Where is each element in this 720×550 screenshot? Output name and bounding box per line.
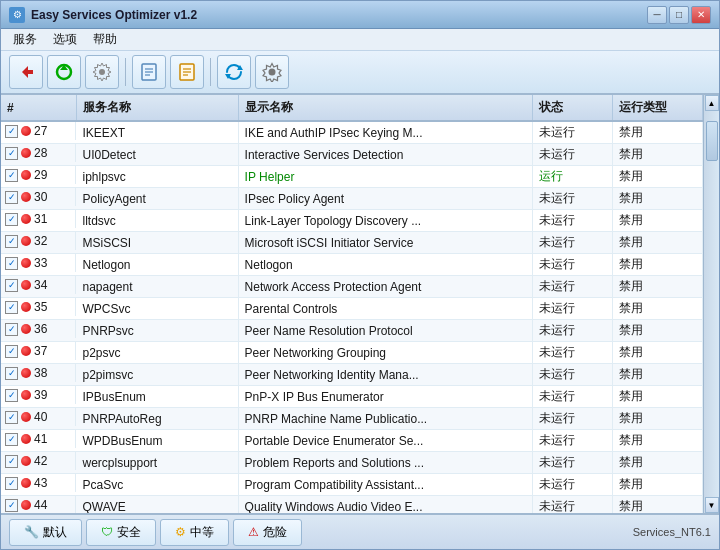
row-status-dot [21,346,31,356]
row-service-name: WPDBusEnum [76,430,238,452]
svg-marker-0 [22,66,28,78]
row-num-text: 43 [34,476,47,490]
tab-danger-label: 危险 [263,524,287,541]
table-row[interactable]: ✓27IKEEXTIKE and AuthIP IPsec Keying M..… [1,121,703,144]
table-row[interactable]: ✓44QWAVEQuality Windows Audio Video E...… [1,496,703,514]
row-status-dot [21,478,31,488]
table-row[interactable]: ✓31lltdsvcLink-Layer Topology Discovery … [1,210,703,232]
close-button[interactable]: ✕ [691,6,711,24]
table-row[interactable]: ✓28UI0DetectInteractive Services Detecti… [1,144,703,166]
row-first-col: ✓36 [1,320,76,338]
row-first-col: ✓44 [1,496,76,513]
menu-item-options[interactable]: 选项 [45,29,85,50]
row-display-name: IPsec Policy Agent [238,188,532,210]
row-checkbox[interactable]: ✓ [5,345,18,358]
row-service-name: IPBusEnum [76,386,238,408]
tab-default[interactable]: 🔧 默认 [9,519,82,546]
table-row[interactable]: ✓43PcaSvcProgram Compatibility Assistant… [1,474,703,496]
maximize-button[interactable]: □ [669,6,689,24]
table-row[interactable]: ✓32MSiSCSIMicrosoft iSCSI Initiator Serv… [1,232,703,254]
menu-bar: 服务 选项 帮助 [1,29,719,51]
table-row[interactable]: ✓33NetlogonNetlogon未运行禁用 [1,254,703,276]
row-checkbox[interactable]: ✓ [5,191,18,204]
row-checkbox[interactable]: ✓ [5,257,18,270]
row-checkbox[interactable]: ✓ [5,389,18,402]
toolbar-update-button[interactable] [217,55,251,89]
row-status-dot [21,456,31,466]
table-row[interactable]: ✓38p2pimsvcPeer Networking Identity Mana… [1,364,703,386]
row-checkbox[interactable]: ✓ [5,455,18,468]
table-row[interactable]: ✓35WPCSvcParental Controls未运行禁用 [1,298,703,320]
table-row[interactable]: ✓39IPBusEnumPnP-X IP Bus Enumerator未运行禁用 [1,386,703,408]
table-row[interactable]: ✓34napagentNetwork Access Protection Age… [1,276,703,298]
menu-item-help[interactable]: 帮助 [85,29,125,50]
row-checkbox[interactable]: ✓ [5,147,18,160]
row-service-name: wercplsupport [76,452,238,474]
table-row[interactable]: ✓30PolicyAgentIPsec Policy Agent未运行禁用 [1,188,703,210]
row-status: 未运行 [532,320,613,342]
toolbar-back-button[interactable] [9,55,43,89]
row-checkbox[interactable]: ✓ [5,433,18,446]
table-row[interactable]: ✓41WPDBusEnumPortable Device Enumerator … [1,430,703,452]
row-checkbox[interactable]: ✓ [5,235,18,248]
footer-tabs: 🔧 默认 🛡 安全 ⚙ 中等 ⚠ 危险 [9,519,302,546]
row-num-text: 35 [34,300,47,314]
scroll-up-button[interactable]: ▲ [705,95,719,111]
row-checkbox[interactable]: ✓ [5,125,18,138]
scroll-thumb[interactable] [706,121,718,161]
toolbar-refresh-green-button[interactable] [47,55,81,89]
row-service-name: QWAVE [76,496,238,514]
row-checkbox[interactable]: ✓ [5,323,18,336]
row-service-name: PNRPsvc [76,320,238,342]
row-type: 禁用 [613,474,703,496]
row-type: 禁用 [613,188,703,210]
tab-danger[interactable]: ⚠ 危险 [233,519,302,546]
row-status: 未运行 [532,144,613,166]
row-num-text: 36 [34,322,47,336]
toolbar-settings-button[interactable] [85,55,119,89]
menu-item-service[interactable]: 服务 [5,29,45,50]
row-display-name: Peer Name Resolution Protocol [238,320,532,342]
row-first-col: ✓32 [1,232,76,250]
table-row[interactable]: ✓37p2psvcPeer Networking Grouping未运行禁用 [1,342,703,364]
scroll-down-button[interactable]: ▼ [705,497,719,513]
row-status-dot [21,500,31,510]
row-first-col: ✓28 [1,144,76,162]
services-table: # 服务名称 显示名称 状态 运行类型 ✓27IKEEXTIKE and Aut… [1,95,703,513]
row-first-col: ✓39 [1,386,76,404]
tab-medium[interactable]: ⚙ 中等 [160,519,229,546]
row-type: 禁用 [613,254,703,276]
row-display-name: Quality Windows Audio Video E... [238,496,532,514]
col-header-type: 运行类型 [613,95,703,121]
table-row[interactable]: ✓42wercplsupportProblem Reports and Solu… [1,452,703,474]
tab-safe[interactable]: 🛡 安全 [86,519,156,546]
row-type: 禁用 [613,210,703,232]
row-checkbox[interactable]: ✓ [5,279,18,292]
table-row[interactable]: ✓29iphlpsvcIP Helper运行禁用 [1,166,703,188]
row-checkbox[interactable]: ✓ [5,367,18,380]
toolbar-config-button[interactable] [255,55,289,89]
toolbar-import-button[interactable] [170,55,204,89]
row-status-dot [21,126,31,136]
row-checkbox[interactable]: ✓ [5,169,18,182]
row-checkbox[interactable]: ✓ [5,411,18,424]
row-service-name: PNRPAutoReg [76,408,238,430]
row-first-col: ✓40 [1,408,76,426]
table-header-row: # 服务名称 显示名称 状态 运行类型 [1,95,703,121]
table-row[interactable]: ✓40PNRPAutoRegPNRP Machine Name Publicat… [1,408,703,430]
row-num-text: 27 [34,124,47,138]
row-service-name: MSiSCSI [76,232,238,254]
row-checkbox[interactable]: ✓ [5,499,18,512]
row-first-col: ✓42 [1,452,76,470]
row-status-dot [21,148,31,158]
minimize-button[interactable]: ─ [647,6,667,24]
scrollbar[interactable]: ▲ ▼ [703,95,719,513]
row-checkbox[interactable]: ✓ [5,477,18,490]
toolbar-export-button[interactable] [132,55,166,89]
table-row[interactable]: ✓36PNRPsvcPeer Name Resolution Protocol未… [1,320,703,342]
row-display-name: PNRP Machine Name Publicatio... [238,408,532,430]
table-container[interactable]: # 服务名称 显示名称 状态 运行类型 ✓27IKEEXTIKE and Aut… [1,95,703,513]
row-display-name: IP Helper [238,166,532,188]
row-checkbox[interactable]: ✓ [5,213,18,226]
row-checkbox[interactable]: ✓ [5,301,18,314]
